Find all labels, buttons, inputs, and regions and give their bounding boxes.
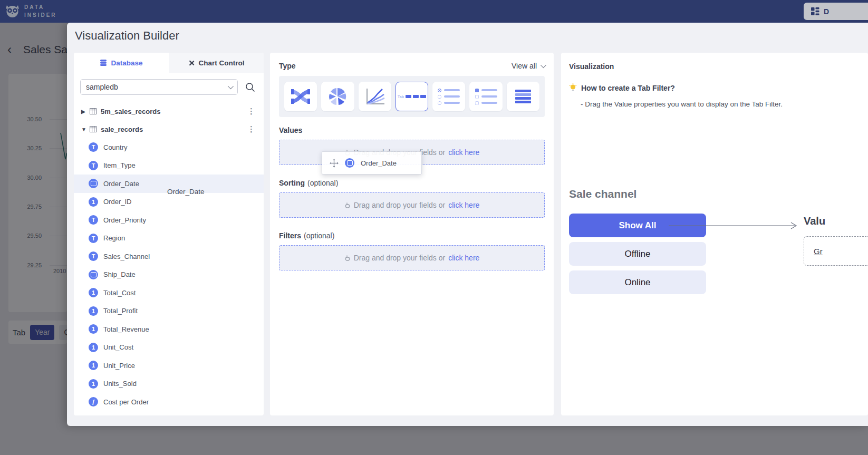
table-name: sale_records	[101, 125, 143, 133]
dropzone-click-here-link[interactable]: click here	[448, 148, 479, 157]
tab-filter-icon-text: Tab	[398, 95, 404, 99]
widget-title: Sale channel	[569, 188, 636, 200]
database-select[interactable]: sampledb	[80, 79, 238, 95]
chart-type-pie[interactable]	[321, 82, 354, 111]
chart-type-tab-filter-selected[interactable]: Tab	[396, 82, 428, 111]
chevron-down-icon	[541, 62, 546, 68]
field-row[interactable]: Total_Revenue	[74, 320, 264, 338]
visualization-panel: Visualization How to create a Tab Filter…	[561, 53, 868, 415]
chart-type-radio-list[interactable]	[432, 82, 465, 111]
number-type-icon	[89, 197, 98, 207]
number-type-icon	[89, 324, 98, 334]
annotation-link[interactable]: Gr	[814, 247, 823, 256]
tab-filter-icon: Tab	[398, 95, 426, 99]
field-row[interactable]: Unit_Price	[74, 356, 264, 375]
function-type-icon	[89, 397, 98, 406]
values-section-label: Values	[279, 126, 302, 134]
field-row[interactable]: Country	[74, 138, 264, 157]
tab-database[interactable]: Database	[74, 53, 169, 73]
number-type-icon	[89, 343, 98, 352]
brand-line2: INSIDER	[24, 12, 57, 20]
search-icon[interactable]	[245, 82, 255, 92]
field-row[interactable]: Cost per Order	[74, 393, 264, 411]
field-row[interactable]: Ship_Date	[74, 266, 264, 284]
field-row[interactable]: Order_Priority	[74, 211, 264, 229]
number-type-icon	[89, 288, 98, 297]
number-type-icon	[89, 379, 98, 389]
chart-type-table[interactable]	[507, 82, 539, 111]
sankey-icon	[290, 88, 311, 105]
field-label: Item_Type	[103, 161, 136, 169]
dropzone-click-here-link[interactable]: click here	[448, 201, 479, 209]
app-header: DATA INSIDER D	[0, 0, 868, 23]
view-all-dropdown[interactable]: View all	[512, 62, 545, 70]
field-row[interactable]: Region	[74, 229, 264, 248]
field-label: Total_Profit	[103, 307, 138, 315]
date-type-icon	[89, 179, 98, 188]
modal-title: Visualization Builder	[75, 29, 179, 43]
dashboard-icon	[811, 7, 819, 15]
table-chart-icon	[515, 90, 531, 103]
dropzone-placeholder: Drag and drop your fields or	[354, 201, 446, 209]
lightbulb-icon	[569, 83, 577, 92]
chart-type-strip: Tab	[279, 76, 545, 117]
field-row[interactable]: Total_Profit	[74, 302, 264, 321]
field-row[interactable]: Units_Sold	[74, 375, 264, 393]
table-menu-kebab-icon[interactable]: ⋮	[247, 107, 255, 116]
option-offline[interactable]: Offline	[569, 242, 706, 266]
caret-collapsed-icon[interactable]: ▶	[81, 109, 89, 114]
tab-chart-control[interactable]: Chart Control	[169, 53, 264, 73]
field-label: Unit_Price	[103, 362, 135, 370]
table-name: 5m_sales_records	[101, 108, 160, 115]
drag-ghost-chip[interactable]: Order_Date	[322, 151, 422, 175]
field-label: Region	[103, 234, 125, 242]
owl-logo-icon	[5, 4, 20, 19]
visualization-panel-title: Visualization	[569, 62, 868, 71]
option-online[interactable]: Online	[569, 270, 706, 294]
chart-type-checkbox-list[interactable]	[469, 82, 502, 111]
table-row-sale-records[interactable]: ▼ sale_records ⋮	[74, 120, 264, 138]
field-label: Units_Sold	[103, 380, 137, 388]
type-section-label: Type	[279, 62, 296, 70]
line-chart-icon	[365, 88, 385, 105]
checkbox-list-icon	[475, 89, 497, 105]
field-row[interactable]: Item_Type	[74, 157, 264, 175]
annotation-arrow	[669, 220, 798, 233]
field-label: Total_Cost	[103, 289, 136, 297]
chart-type-line[interactable]	[359, 82, 391, 111]
drag-hand-icon	[344, 202, 351, 209]
caret-expanded-icon[interactable]: ▼	[81, 127, 89, 132]
field-label: Cost per Order	[103, 398, 149, 406]
filters-section-suffix: (optional)	[304, 231, 334, 240]
database-icon	[100, 59, 107, 66]
table-icon	[90, 126, 97, 132]
date-type-icon	[345, 158, 354, 168]
field-row[interactable]: Sales_Channel	[74, 247, 264, 266]
text-type-icon	[89, 251, 98, 261]
dropzone-click-here-link[interactable]: click here	[448, 254, 479, 262]
drag-source-floating-label: Order_Date	[167, 188, 205, 196]
field-row[interactable]: Unit_Cost	[74, 338, 264, 357]
visualization-builder-modal: Visualization Builder Database Chart Con…	[67, 23, 868, 426]
text-type-icon	[89, 234, 98, 243]
field-label: Sales_Channel	[103, 253, 150, 260]
tools-icon	[188, 60, 195, 66]
chart-type-sankey[interactable]	[284, 82, 317, 111]
field-label: Ship_Date	[103, 270, 136, 278]
field-row[interactable]: Total_Cost	[74, 284, 264, 302]
text-type-icon	[89, 161, 98, 170]
field-label: Order_Date	[103, 180, 139, 188]
table-row-5m-sales-records[interactable]: ▶ 5m_sales_records ⋮	[74, 102, 264, 120]
header-dashboard-button[interactable]: D	[804, 3, 868, 20]
tip-body: - Drag the Value properties you want to …	[581, 100, 868, 108]
header-dashboard-button-label: D	[824, 7, 829, 16]
dropzone-placeholder: Drag and drop your fields or	[354, 254, 446, 262]
filters-dropzone[interactable]: Drag and drop your fields or click here	[279, 245, 545, 270]
table-menu-kebab-icon[interactable]: ⋮	[247, 124, 255, 134]
text-type-icon	[89, 215, 98, 225]
sorting-dropzone[interactable]: Drag and drop your fields or click here	[279, 192, 545, 218]
date-type-icon	[89, 270, 98, 279]
move-icon	[330, 159, 339, 168]
brand[interactable]: DATA INSIDER	[5, 4, 57, 19]
field-label: Order_ID	[103, 198, 131, 206]
